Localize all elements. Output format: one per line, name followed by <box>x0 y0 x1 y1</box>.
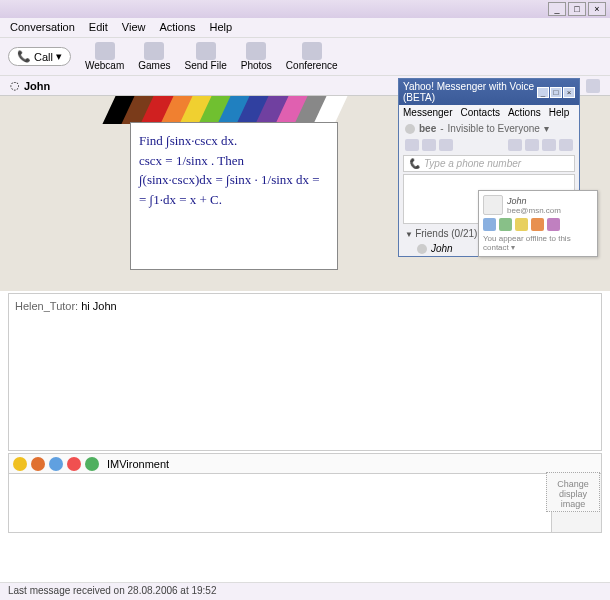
font-icon[interactable] <box>49 457 63 471</box>
chat-history[interactable]: Helen_Tutor: hi John <box>8 293 602 451</box>
popup-footer: You appear offline to this contact ▾ <box>483 234 593 252</box>
input-toolbar: IMVironment <box>8 453 602 473</box>
phone-icon: 📞 <box>17 50 31 63</box>
conference-icon <box>302 42 322 60</box>
chat-message: hi John <box>81 300 116 312</box>
add-contact-icon[interactable] <box>405 139 419 151</box>
profile-icon[interactable] <box>586 79 600 93</box>
phone-icon: 📞 <box>408 158 420 169</box>
popup-mail-icon[interactable] <box>531 218 544 231</box>
chat-sender: Helen_Tutor: <box>15 300 78 312</box>
games-icon <box>144 42 164 60</box>
popup-sms-icon[interactable] <box>515 218 528 231</box>
ym-presence: Invisible to Everyone <box>448 123 540 134</box>
imvironment-button[interactable]: IMVironment <box>107 458 169 470</box>
handwriting-line: ∫(sinx·cscx)dx = ∫sinx · 1/sinx dx = <box>139 170 329 190</box>
conference-button[interactable]: Conference <box>286 42 338 71</box>
menu-view[interactable]: View <box>122 21 146 34</box>
messenger-title: Yahoo! Messenger with Voice (BETA) <box>403 81 537 103</box>
contact-popup: John bee@msn.com You appear offline to t… <box>478 190 598 257</box>
message-input-area: Send <box>8 473 602 533</box>
main-toolbar: 📞 Call ▾ Webcam Games Send File Photos C… <box>0 38 610 76</box>
ym-menu-help[interactable]: Help <box>549 107 570 118</box>
webcam-icon <box>95 42 115 60</box>
audibles-icon[interactable] <box>85 457 99 471</box>
menu-help[interactable]: Help <box>210 21 233 34</box>
chatroom-icon[interactable] <box>439 139 453 151</box>
minimize-button[interactable]: _ <box>548 2 566 16</box>
ym-menu-actions[interactable]: Actions <box>508 107 541 118</box>
ym-menu-messenger[interactable]: Messenger <box>403 107 452 118</box>
handwriting-line: = ∫1·dx = x + C. <box>139 190 329 210</box>
chevron-down-icon: ▾ <box>56 50 62 63</box>
message-input[interactable] <box>9 474 551 532</box>
games-button[interactable]: Games <box>138 42 170 71</box>
main-menubar: Conversation Edit View Actions Help <box>0 18 610 38</box>
ym-close-button[interactable]: × <box>563 87 575 98</box>
messenger-titlebar[interactable]: Yahoo! Messenger with Voice (BETA) _ □ × <box>399 79 579 105</box>
handwriting-line: Find ∫sinx·cscx dx. <box>139 131 329 151</box>
call-label: Call <box>34 51 53 63</box>
phone-placeholder: Type a phone number <box>424 158 521 169</box>
phone-input[interactable]: 📞 Type a phone number <box>403 155 575 172</box>
ym-menu-contacts[interactable]: Contacts <box>460 107 499 118</box>
popup-contact-name: John <box>507 196 561 206</box>
contact-label: John <box>431 243 453 254</box>
close-button[interactable]: × <box>588 2 606 16</box>
menu-conversation[interactable]: Conversation <box>10 21 75 34</box>
radio-icon[interactable] <box>542 139 556 151</box>
popup-contact-email: bee@msn.com <box>507 206 561 215</box>
popup-more-icon[interactable] <box>547 218 560 231</box>
popup-call-icon[interactable] <box>499 218 512 231</box>
menu-actions[interactable]: Actions <box>159 21 195 34</box>
sendfile-icon <box>196 42 216 60</box>
mail-icon[interactable] <box>508 139 522 151</box>
call-button[interactable]: 📞 Call ▾ <box>8 47 71 66</box>
photos-icon <box>246 42 266 60</box>
crayon-palette[interactable] <box>110 96 340 124</box>
popup-im-icon[interactable] <box>483 218 496 231</box>
maximize-button[interactable]: □ <box>568 2 586 16</box>
chevron-down-icon: ▾ <box>544 123 549 134</box>
ym-maximize-button[interactable]: □ <box>550 87 562 98</box>
offline-dot-icon <box>417 244 427 254</box>
menu-edit[interactable]: Edit <box>89 21 108 34</box>
sms-icon[interactable] <box>422 139 436 151</box>
photos-button[interactable]: Photos <box>241 42 272 71</box>
calendar-icon[interactable] <box>525 139 539 151</box>
avatar-icon <box>483 195 503 215</box>
webcam-button[interactable]: Webcam <box>85 42 124 71</box>
status-bar: Last message received on 28.08.2006 at 1… <box>0 582 610 600</box>
ym-username: bee <box>419 123 436 134</box>
main-titlebar: _ □ × <box>0 0 610 18</box>
presence-dot-icon <box>405 124 415 134</box>
change-display-image[interactable]: Change display image <box>546 472 600 512</box>
emoticon-icon[interactable] <box>13 457 27 471</box>
messenger-toolbar <box>399 137 579 153</box>
handwriting-line: cscx = 1/sinx . Then <box>139 151 329 171</box>
whiteboard-canvas[interactable]: Find ∫sinx·cscx dx. cscx = 1/sinx . Then… <box>130 122 338 270</box>
messenger-menubar: Messenger Contacts Actions Help <box>399 105 579 120</box>
ym-minimize-button[interactable]: _ <box>537 87 549 98</box>
launchcast-icon[interactable] <box>559 139 573 151</box>
contact-name-label: John <box>24 80 50 92</box>
sendfile-button[interactable]: Send File <box>184 42 226 71</box>
messenger-status-row[interactable]: bee - Invisible to Everyone ▾ <box>399 120 579 137</box>
buzz-icon[interactable] <box>31 457 45 471</box>
color-icon[interactable] <box>67 457 81 471</box>
presence-icon: ◌ <box>10 79 20 92</box>
